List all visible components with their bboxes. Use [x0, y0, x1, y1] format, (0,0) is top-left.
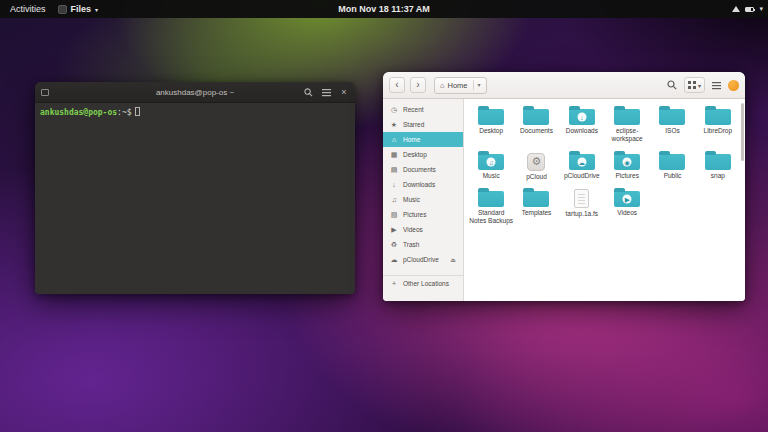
sidebar-item-home[interactable]: ⌂Home [383, 132, 463, 147]
cloud-icon: ☁ [390, 256, 398, 264]
terminal-body[interactable]: ankushdas@pop-os:~$ [35, 103, 355, 294]
terminal-cursor [135, 107, 140, 116]
sidebar-item-starred[interactable]: ★Starred [383, 117, 463, 132]
files-window: ‹ › ⌂ Home ▾ ▾ [383, 72, 745, 301]
files-headerbar: ‹ › ⌂ Home ▾ ▾ [383, 72, 745, 99]
files-sidebar: ◷Recent ★Starred ⌂Home ▦Desktop ▤Documen… [383, 99, 464, 301]
top-bar: Activities Files ▾ Mon Nov 18 11:37 AM ▾ [0, 0, 768, 18]
folder-icon: ▶ [614, 191, 640, 207]
chevron-down-icon: ▾ [698, 82, 701, 89]
folder-icon [523, 191, 549, 207]
location-button[interactable]: ⌂ Home ▾ [434, 77, 487, 94]
folder-icon [705, 154, 731, 170]
app-menu-label: Files [71, 4, 92, 14]
chevron-down-icon: ▾ [473, 80, 481, 90]
folder-icon [659, 154, 685, 170]
grid-item-videos[interactable]: ▶Videos [605, 187, 649, 225]
activities-button[interactable]: Activities [6, 4, 50, 14]
search-icon[interactable] [667, 80, 677, 90]
grid-item-snap[interactable]: snap [696, 150, 740, 181]
sidebar-item-documents[interactable]: ▤Documents [383, 162, 463, 177]
grid-item-desktop[interactable]: Desktop [469, 105, 513, 143]
sidebar-item-videos[interactable]: ▶Videos [383, 222, 463, 237]
pcloud-app-icon: ⚙ [527, 153, 545, 171]
sidebar-item-other-locations[interactable]: +Other Locations [383, 276, 463, 291]
forward-button[interactable]: › [410, 77, 426, 93]
close-icon[interactable]: × [339, 87, 349, 97]
desktop: Activities Files ▾ Mon Nov 18 11:37 AM ▾… [0, 0, 768, 432]
terminal-tab-icon[interactable] [41, 89, 49, 96]
camera-emblem-icon: ◉ [623, 157, 632, 166]
location-label: Home [448, 81, 468, 90]
search-icon[interactable] [303, 87, 313, 97]
documents-icon: ▤ [390, 166, 398, 174]
home-icon: ⌂ [390, 136, 398, 143]
grid-item-isos[interactable]: ISOs [650, 105, 694, 143]
play-emblem-icon: ▶ [623, 195, 632, 204]
files-app-icon [58, 5, 67, 14]
folder-icon: ↓ [569, 109, 595, 125]
folder-icon: ♫ [478, 154, 504, 170]
videos-icon: ▶ [390, 226, 398, 234]
desktop-icon: ▦ [390, 151, 398, 159]
home-icon: ⌂ [440, 81, 445, 90]
scrollbar[interactable] [741, 103, 744, 161]
system-tray[interactable]: ▾ [732, 0, 763, 18]
grid-item-eclipse-workspace[interactable]: eclipse-workspace [605, 105, 649, 143]
recent-icon: ◷ [390, 106, 398, 114]
grid-item-pictures[interactable]: ◉Pictures [605, 150, 649, 181]
terminal-window: ankushdas@pop-os ~ × ankushdas@pop-os:~$ [35, 82, 355, 294]
menu-icon[interactable] [712, 81, 721, 90]
folder-icon [523, 109, 549, 125]
grid-item-downloads[interactable]: ↓Downloads [560, 105, 604, 143]
music-icon: ♫ [390, 196, 398, 203]
sidebar-item-pclouddrive[interactable]: ☁pCloudDrive⏏ [383, 252, 463, 267]
folder-icon [614, 109, 640, 125]
sidebar-item-music[interactable]: ♫Music [383, 192, 463, 207]
menu-icon[interactable] [321, 87, 331, 97]
grid-item-pcloud[interactable]: ⚙pCloud [514, 150, 558, 181]
grid-item-standard-notes-backups[interactable]: Standard Notes Backups [469, 187, 513, 225]
terminal-prompt-user: ankushdas@pop-os [40, 108, 117, 117]
grid-item-pclouddrive[interactable]: ☁pCloudDrive [560, 150, 604, 181]
user-avatar[interactable] [728, 80, 739, 91]
folder-icon [478, 191, 504, 207]
battery-icon [745, 7, 754, 12]
downloads-icon: ↓ [390, 181, 398, 188]
folder-icon [478, 109, 504, 125]
back-button[interactable]: ‹ [389, 77, 405, 93]
sidebar-item-trash[interactable]: ♻Trash [383, 237, 463, 252]
terminal-title: ankushdas@pop-os ~ [156, 88, 234, 97]
files-main-area[interactable]: Desktop Documents ↓Downloads eclipse-wor… [464, 99, 745, 301]
clock[interactable]: Mon Nov 18 11:37 AM [338, 4, 430, 14]
grid-view-icon [688, 81, 696, 89]
grid-item-documents[interactable]: Documents [514, 105, 558, 143]
cloud-emblem-icon: ☁ [577, 157, 586, 166]
folder-icon: ◉ [614, 154, 640, 170]
grid-item-music[interactable]: ♫Music [469, 150, 513, 181]
network-icon [732, 6, 740, 12]
pictures-icon: ▧ [390, 211, 398, 219]
grid-item-libredrop[interactable]: LibreDrop [696, 105, 740, 143]
terminal-titlebar[interactable]: ankushdas@pop-os ~ × [35, 82, 355, 103]
grid-item-templates[interactable]: Templates [514, 187, 558, 225]
grid-item-public[interactable]: Public [650, 150, 694, 181]
download-emblem-icon: ↓ [577, 113, 586, 122]
view-toggle-button[interactable]: ▾ [684, 77, 705, 93]
folder-icon [705, 109, 731, 125]
sidebar-item-desktop[interactable]: ▦Desktop [383, 147, 463, 162]
sidebar-item-pictures[interactable]: ▧Pictures [383, 207, 463, 222]
folder-icon: ☁ [569, 154, 595, 170]
eject-icon[interactable]: ⏏ [450, 256, 456, 263]
gear-icon: ⚙ [532, 155, 542, 168]
star-icon: ★ [390, 121, 398, 129]
app-menu[interactable]: Files ▾ [58, 4, 99, 14]
file-icon [574, 189, 589, 208]
terminal-prompt-path: :~$ [117, 108, 131, 117]
grid-item-tartup-file[interactable]: tartup.1a.fs [560, 187, 604, 225]
plus-icon: + [390, 280, 398, 287]
file-grid: Desktop Documents ↓Downloads eclipse-wor… [464, 99, 745, 225]
music-emblem-icon: ♫ [487, 157, 496, 166]
sidebar-item-downloads[interactable]: ↓Downloads [383, 177, 463, 192]
sidebar-item-recent[interactable]: ◷Recent [383, 102, 463, 117]
